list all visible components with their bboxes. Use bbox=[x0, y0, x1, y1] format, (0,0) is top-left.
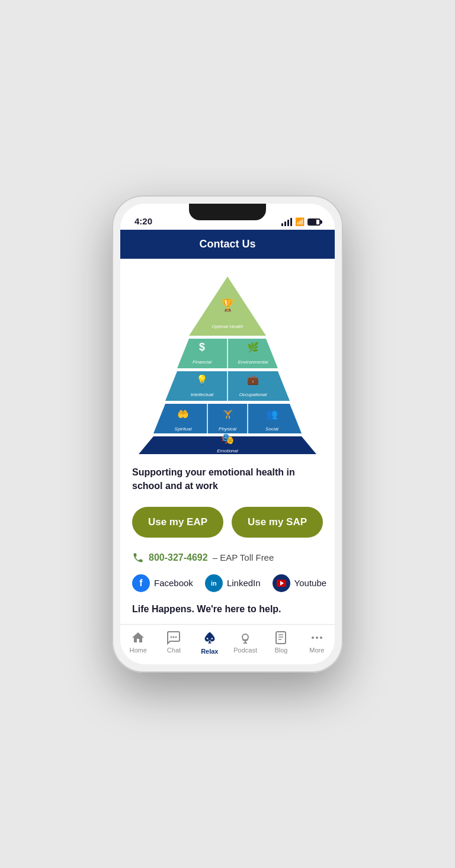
page-title: Contact Us bbox=[199, 238, 255, 250]
status-icons: 📶 bbox=[281, 217, 321, 226]
relax-icon bbox=[202, 631, 217, 646]
nav-relax[interactable]: Relax bbox=[195, 631, 225, 655]
blog-icon bbox=[274, 631, 288, 645]
nav-more[interactable]: More bbox=[302, 631, 332, 655]
chat-icon bbox=[166, 631, 181, 645]
svg-text:Spiritual: Spiritual bbox=[175, 426, 192, 432]
eap-button[interactable]: Use my EAP bbox=[132, 507, 223, 538]
phone-number[interactable]: 800-327-4692 bbox=[149, 552, 208, 563]
svg-point-33 bbox=[211, 638, 213, 639]
youtube-link[interactable]: Youtube bbox=[273, 574, 327, 592]
svg-text:🤲: 🤲 bbox=[177, 409, 189, 420]
svg-text:Environmental: Environmental bbox=[238, 359, 268, 365]
status-time: 4:20 bbox=[134, 216, 152, 226]
facebook-icon: f bbox=[132, 574, 150, 592]
bottom-nav: Home Chat Relax bbox=[120, 624, 335, 664]
svg-point-31 bbox=[175, 636, 177, 638]
svg-point-34 bbox=[242, 634, 248, 640]
nav-podcast-label: Podcast bbox=[233, 647, 257, 654]
svg-point-32 bbox=[207, 638, 209, 639]
svg-point-29 bbox=[171, 636, 172, 638]
phone-frame: 4:20 📶 Contact Us bbox=[112, 195, 343, 673]
svg-text:🏋: 🏋 bbox=[223, 410, 233, 420]
svg-text:Social: Social bbox=[265, 426, 278, 432]
wellness-pyramid: 🏆 Optimal Health $ Financial 🌿 Environme… bbox=[132, 271, 323, 454]
more-icon bbox=[310, 631, 324, 645]
nav-chat[interactable]: Chat bbox=[159, 631, 188, 655]
svg-text:🌿: 🌿 bbox=[247, 342, 259, 353]
nav-home-label: Home bbox=[129, 647, 146, 654]
podcast-icon bbox=[238, 631, 252, 645]
svg-text:Financial: Financial bbox=[193, 359, 212, 365]
svg-point-41 bbox=[312, 636, 314, 639]
svg-rect-37 bbox=[276, 632, 286, 644]
svg-text:💡: 💡 bbox=[196, 374, 208, 385]
pyramid-svg: 🏆 Optimal Health $ Financial 🌿 Environme… bbox=[139, 271, 316, 454]
tagline: Life Happens. We're here to help. bbox=[132, 604, 323, 615]
wifi-icon: 📶 bbox=[295, 217, 305, 226]
svg-text:🏆: 🏆 bbox=[220, 298, 235, 312]
home-icon bbox=[131, 631, 145, 645]
svg-text:Physical: Physical bbox=[219, 426, 236, 432]
linkedin-icon: in bbox=[205, 574, 223, 592]
signal-icon bbox=[281, 218, 292, 226]
nav-blog-label: Blog bbox=[274, 647, 287, 654]
app-header: Contact Us bbox=[120, 230, 335, 259]
nav-more-label: More bbox=[309, 647, 324, 654]
youtube-icon bbox=[273, 574, 290, 592]
description-text: Supporting your emotional health in scho… bbox=[132, 466, 323, 493]
notch bbox=[189, 204, 266, 220]
svg-text:👥: 👥 bbox=[266, 409, 278, 420]
phone-icon bbox=[132, 552, 144, 564]
facebook-link[interactable]: f Facebook bbox=[132, 574, 193, 592]
svg-text:💼: 💼 bbox=[247, 374, 259, 385]
phone-description: – EAP Toll Free bbox=[213, 552, 274, 562]
linkedin-link[interactable]: in LinkedIn bbox=[205, 574, 261, 592]
svg-text:Intellectual: Intellectual bbox=[191, 392, 213, 397]
sap-button[interactable]: Use my SAP bbox=[232, 507, 323, 538]
svg-point-30 bbox=[173, 636, 175, 638]
nav-chat-label: Chat bbox=[167, 647, 181, 654]
battery-icon bbox=[307, 218, 321, 226]
action-buttons: Use my EAP Use my SAP bbox=[132, 507, 323, 538]
nav-relax-label: Relax bbox=[201, 648, 218, 655]
linkedin-label: LinkedIn bbox=[227, 578, 261, 588]
phone-contact: 800-327-4692 – EAP Toll Free bbox=[132, 552, 323, 564]
svg-point-42 bbox=[316, 636, 318, 639]
facebook-label: Facebook bbox=[154, 578, 193, 588]
phone-screen: 4:20 📶 Contact Us bbox=[120, 204, 335, 664]
svg-text:🎭: 🎭 bbox=[221, 432, 235, 445]
social-links: f Facebook in LinkedIn Youtube bbox=[132, 574, 323, 592]
svg-point-43 bbox=[320, 636, 322, 639]
nav-podcast[interactable]: Podcast bbox=[230, 631, 260, 655]
youtube-label: Youtube bbox=[294, 578, 327, 588]
svg-text:Occupational: Occupational bbox=[239, 392, 267, 397]
nav-blog[interactable]: Blog bbox=[266, 631, 296, 655]
svg-text:Optimal Health: Optimal Health bbox=[212, 324, 243, 329]
main-content: 🏆 Optimal Health $ Financial 🌿 Environme… bbox=[120, 259, 335, 624]
svg-text:$: $ bbox=[199, 341, 205, 353]
svg-text:Emotional: Emotional bbox=[217, 448, 238, 454]
nav-home[interactable]: Home bbox=[123, 631, 153, 655]
